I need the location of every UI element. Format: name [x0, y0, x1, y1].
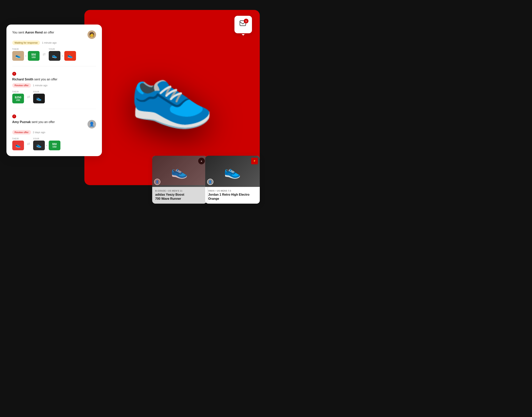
offer-title: Amy Puznak sent you an offer	[12, 120, 55, 124]
your-label: YOUR	[33, 138, 60, 140]
notification-count: 1	[244, 19, 249, 23]
their-items: 👟 + $50 USD	[12, 51, 40, 61]
your-label: YOUR	[49, 48, 76, 50]
product-image: 👟 ⚡ 👤	[205, 156, 260, 187]
offer-title: You sent Aaron Rend an offer	[12, 30, 54, 35]
your-money-thumb: $50 USD	[49, 141, 60, 150]
plus-icon: +	[25, 54, 27, 57]
offer-items-row: THEIR 👟 + $50 USD ⇄ YOUR 👟	[12, 48, 96, 61]
avatar: 👤	[87, 120, 96, 128]
offer-items-row: THEIR 👟 ⇄ YOUR 👟 + $50 USD	[12, 138, 96, 150]
alert-dot: !	[12, 72, 16, 76]
their-label: THEIR	[12, 138, 24, 140]
status-badge[interactable]: Waiting for response	[12, 41, 40, 45]
offer-title-suffix: an offer	[43, 31, 54, 34]
offer-title: Richard Smith sent you an offer	[12, 77, 57, 82]
your-money-currency: USD	[53, 146, 56, 148]
their-money-currency: USD	[16, 99, 20, 101]
offer-item: ! Richard Smith sent you an offer Review…	[12, 72, 96, 109]
status-badge[interactable]: Review offer	[12, 83, 31, 88]
offer-meta: Waiting for response 1 minute ago	[12, 41, 96, 45]
notification-icon: 1	[239, 20, 247, 29]
product-card-body: B-GRADE • US MEN'S 11 adidas Yeezy Boost…	[152, 187, 207, 204]
offer-item: ! Amy Puznak sent you an offer 👤 Review …	[12, 115, 96, 150]
offer-items-row: THEIR $250 USD ⇄ YOUR 👟	[12, 91, 96, 103]
product-card[interactable]: 👟 ⚡ 👤 VNDS • US MENS 7.5 Jordan 1 Retro …	[205, 156, 260, 204]
your-items: 👟 + $50 USD	[33, 141, 60, 150]
their-money-thumb: $50 USD	[28, 51, 40, 61]
their-label: THEIR	[12, 48, 40, 50]
alert-indicator: !	[12, 72, 96, 76]
your-side: YOUR 👟	[33, 91, 45, 103]
their-side: THEIR $250 USD	[12, 91, 24, 103]
your-item-thumb-1: 👟	[49, 51, 60, 61]
alert-dot: !	[12, 115, 16, 118]
their-items: 👟	[12, 141, 24, 150]
their-side: THEIR 👟 + $50 USD	[12, 48, 40, 61]
offer-header: You sent Aaron Rend an offer 🧑	[12, 30, 96, 39]
notification-bubble[interactable]: 1	[234, 16, 252, 33]
product-card[interactable]: 👟 a 👤 B-GRADE • US MEN'S 11 adidas Yeezy…	[152, 156, 207, 204]
offers-card: You sent Aaron Rend an offer 🧑 Waiting f…	[6, 24, 102, 156]
brand-icon: ⚡	[251, 158, 258, 164]
offer-sender: Amy Puznak	[12, 120, 31, 124]
your-side: YOUR 👟 + 👟	[49, 48, 76, 61]
your-items: 👟	[33, 94, 45, 103]
time-ago: 1 minute ago	[33, 84, 48, 87]
your-item-thumb: 👟	[33, 94, 45, 103]
offer-sender: Richard Smith	[12, 78, 33, 81]
their-item-thumb: 👟	[12, 51, 24, 61]
your-money-amount: $50	[52, 143, 57, 146]
offer-header: Richard Smith sent you an offer	[12, 77, 96, 82]
offer-header: Amy Puznak sent you an offer 👤	[12, 120, 96, 128]
product-grade: VNDS • US MENS 7.5	[208, 190, 257, 192]
time-ago: 1 minute ago	[42, 41, 56, 44]
swap-arrow-icon: ⇄	[27, 142, 30, 146]
offer-item: You sent Aaron Rend an offer 🧑 Waiting f…	[12, 30, 96, 66]
offer-title-suffix: sent you an offer	[33, 78, 57, 81]
their-money-thumb: $250 USD	[12, 94, 24, 103]
offer-title-prefix: You sent	[12, 31, 25, 34]
brand-icon: a	[198, 158, 205, 164]
plus-icon-2: +	[62, 54, 63, 57]
their-items: $250 USD	[12, 94, 24, 103]
scene: 👟 1 You sent Aaron Rend an offer 🧑	[6, 5, 260, 204]
seller-avatar: 👤	[154, 179, 160, 185]
your-side: YOUR 👟 + $50 USD	[33, 138, 60, 150]
offer-meta: Review offer 1 minute ago	[12, 83, 96, 88]
swap-arrow-icon: ⇄	[43, 52, 46, 56]
your-item-thumb-2: 👟	[64, 51, 76, 61]
main-sneaker-image: 👟	[99, 28, 245, 154]
alert-indicator: !	[12, 115, 96, 118]
product-image: 👟 a 👤	[152, 156, 207, 187]
their-money-amount: $250	[15, 96, 21, 99]
product-grade: B-GRADE • US MEN'S 11	[155, 190, 204, 192]
time-ago: 2 days ago	[33, 131, 45, 134]
your-items: 👟 + 👟	[49, 51, 76, 61]
product-cards: 👟 a 👤 B-GRADE • US MEN'S 11 adidas Yeezy…	[148, 156, 260, 204]
their-item-thumb: 👟	[12, 141, 24, 150]
product-card-body: VNDS • US MENS 7.5 Jordan 1 Retro High E…	[205, 187, 260, 204]
their-side: THEIR 👟	[12, 138, 24, 150]
offer-sender: Aaron Rend	[25, 31, 43, 34]
product-name: Jordan 1 Retro High Electro Orange	[208, 193, 257, 201]
avatar: 🧑	[87, 30, 96, 39]
their-label: THEIR	[12, 91, 24, 93]
your-item-thumb: 👟	[33, 141, 45, 150]
your-label: YOUR	[33, 91, 45, 93]
status-badge[interactable]: Review offer	[12, 130, 31, 135]
seller-avatar: 👤	[207, 179, 213, 185]
product-name: adidas Yeezy Boost700 Wave Runner	[155, 193, 204, 201]
offer-meta: Review offer 2 days ago	[12, 130, 96, 135]
swap-arrow-icon: ⇄	[27, 95, 30, 99]
offer-title-suffix: sent you an offer	[31, 120, 55, 124]
plus-icon: +	[46, 144, 48, 147]
